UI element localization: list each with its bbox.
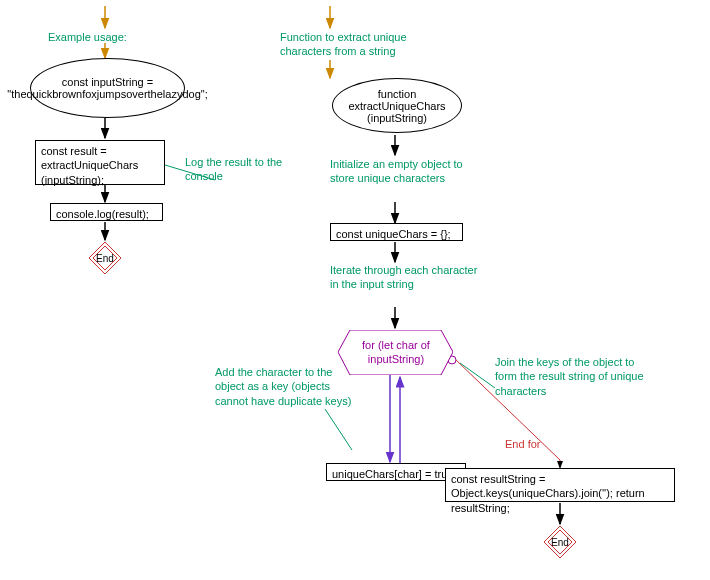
rect-console-log: console.log(result); bbox=[50, 203, 163, 221]
label-end-for: End for bbox=[505, 438, 540, 450]
rect-return-result: const resultString = Object.keys(uniqueC… bbox=[445, 468, 675, 502]
comment-iterate: Iterate through each character in the in… bbox=[330, 263, 480, 292]
hexagon-for-loop-text: for (let char of inputString) bbox=[356, 338, 436, 367]
ellipse-function-def-text: function extractUniqueChars (inputString… bbox=[337, 88, 457, 124]
rect-assign-char-text: uniqueChars[char] = true; bbox=[332, 468, 456, 480]
comment-log-result: Log the result to the console bbox=[185, 155, 285, 184]
svg-line-19 bbox=[325, 409, 352, 450]
ellipse-function-def: function extractUniqueChars (inputString… bbox=[332, 78, 462, 133]
rect-unique-chars-init: const uniqueChars = {}; bbox=[330, 223, 463, 241]
rect-unique-chars-init-text: const uniqueChars = {}; bbox=[336, 228, 451, 240]
end-right: End bbox=[542, 524, 578, 560]
comment-function-desc: Function to extract unique characters fr… bbox=[280, 30, 430, 59]
comment-init-object: Initialize an empty object to store uniq… bbox=[330, 157, 490, 186]
rect-return-result-text: const resultString = Object.keys(uniqueC… bbox=[451, 473, 645, 514]
end-left: End bbox=[87, 240, 123, 276]
rect-call-extract: const result = extractUniqueChars (input… bbox=[35, 140, 165, 185]
hexagon-for-loop: for (let char of inputString) bbox=[338, 330, 453, 375]
svg-line-20 bbox=[460, 363, 495, 388]
ellipse-input-string: const inputString = "thequickbrownfoxjum… bbox=[30, 58, 185, 118]
rect-console-log-text: console.log(result); bbox=[56, 208, 149, 220]
end-left-label: End bbox=[96, 253, 114, 264]
comment-add-key: Add the character to the object as a key… bbox=[215, 365, 355, 408]
rect-call-extract-text: const result = extractUniqueChars (input… bbox=[41, 145, 138, 186]
ellipse-input-string-text: const inputString = "thequickbrownfoxjum… bbox=[7, 76, 207, 100]
end-right-label: End bbox=[551, 537, 569, 548]
comment-join-keys: Join the keys of the object to form the … bbox=[495, 355, 650, 398]
comment-example-usage: Example usage: bbox=[48, 30, 158, 44]
